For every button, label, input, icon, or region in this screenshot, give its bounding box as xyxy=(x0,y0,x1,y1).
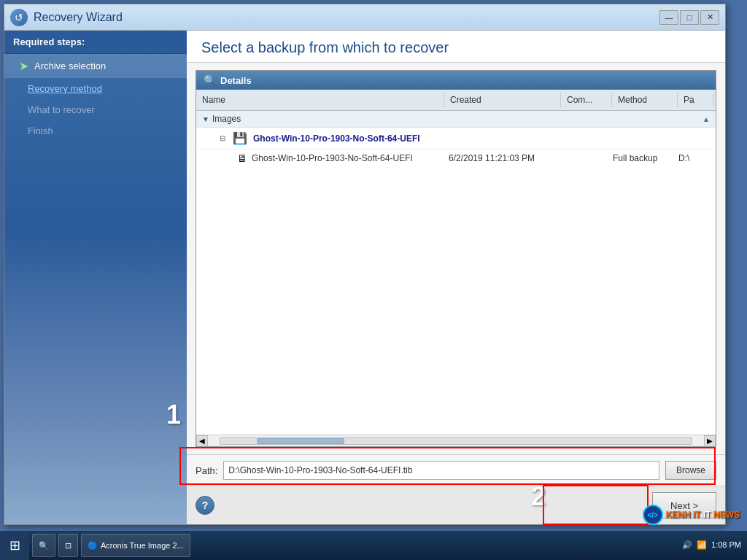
col-header-name: Name xyxy=(196,93,444,107)
main-title: Select a backup from which to recover xyxy=(201,39,711,56)
help-button[interactable]: ? xyxy=(196,496,214,515)
table-row[interactable]: ⊟ 💾 Ghost-Win-10-Pro-1903-No-Soft-64-UEF… xyxy=(196,128,716,149)
sidebar: Required steps: ➤ Archive selection Reco… xyxy=(4,31,187,524)
col-header-method: Method xyxy=(612,93,678,107)
scroll-right-btn[interactable]: ▶ xyxy=(704,435,716,447)
col-header-created: Created xyxy=(444,93,561,107)
main-window: Recovery Wizard — □ ✕ Required steps: ➤ … xyxy=(4,4,726,525)
taskbar: ⊞ 🔍 ⊡ 🔵 Acronis True Image 2... 🔊 📶 1:08… xyxy=(0,531,747,560)
watermark-brand: KENH IT xyxy=(666,510,701,520)
sidebar-item-label: What to recover xyxy=(28,104,95,115)
content-area: Required steps: ➤ Archive selection Reco… xyxy=(4,31,725,524)
minimize-button[interactable]: — xyxy=(659,10,678,25)
scrollbar-thumb[interactable] xyxy=(257,438,344,444)
path-input[interactable] xyxy=(223,461,659,480)
watermark-news: NEWS xyxy=(713,510,740,520)
close-button[interactable]: ✕ xyxy=(700,10,719,25)
details-panel: 🔍 Details Name Created Com... Method Pa … xyxy=(196,70,716,447)
backup-created: 6/2/2019 11:21:03 PM xyxy=(449,153,562,163)
step-badge-1: 1 xyxy=(166,400,181,430)
search-icon: 🔍 xyxy=(39,541,49,551)
table-body: ▼ Images ▲ ⊟ 💾 Ghost-Win-10-Pro-1903-No-… xyxy=(196,111,716,435)
tree-toggle-icon[interactable]: ⊟ xyxy=(220,134,230,142)
taskbar-clock: 1:08 PM xyxy=(711,540,741,551)
tree-item-label: Ghost-Win-10-Pro-1903-No-Soft-64-UEFI xyxy=(253,133,710,144)
watermark: </> KENH IT IT NEWS xyxy=(643,505,740,525)
backup-name: Ghost-Win-10-Pro-1903-No-Soft-64-UEFI xyxy=(252,153,449,163)
scrollbar-track xyxy=(220,438,692,445)
details-icon: 🔍 xyxy=(204,74,216,86)
path-bar: Path: Browse xyxy=(187,454,725,486)
main-header: Select a backup from which to recover xyxy=(187,31,725,63)
col-header-com: Com... xyxy=(561,93,612,107)
group-toggle-icon[interactable]: ▼ xyxy=(202,115,209,123)
taskbar-app-label: Acronis True Image 2... xyxy=(101,541,184,550)
window-controls: — □ ✕ xyxy=(659,10,719,25)
sidebar-item-archive-selection[interactable]: ➤ Archive selection xyxy=(4,54,187,78)
maximize-button[interactable]: □ xyxy=(680,10,699,25)
start-button[interactable]: ⊞ xyxy=(0,531,29,560)
table-row[interactable]: 🖥 Ghost-Win-10-Pro-1903-No-Soft-64-UEFI … xyxy=(196,149,716,167)
taskbar-item-acronis[interactable]: 🔵 Acronis True Image 2... xyxy=(81,534,190,557)
sidebar-item-label: Recovery method xyxy=(28,83,102,94)
step-badge-2: 2 xyxy=(531,481,546,512)
backup-icon: 🖥 xyxy=(237,152,247,164)
sidebar-item-label: Archive selection xyxy=(34,61,106,71)
col-header-pa: Pa xyxy=(678,93,714,107)
group-expand-icon: ▲ xyxy=(703,115,710,123)
group-label: Images xyxy=(212,114,241,124)
taskbar-items: 🔍 ⊡ 🔵 Acronis True Image 2... xyxy=(29,534,676,557)
sidebar-item-finish: Finish xyxy=(4,120,187,141)
task-view-icon: ⊡ xyxy=(65,541,71,551)
taskbar-tray: 🔊 📶 1:08 PM xyxy=(676,540,747,551)
table-header: Name Created Com... Method Pa xyxy=(196,90,716,111)
tray-icon-network: 🔊 xyxy=(682,540,692,550)
arrow-icon: ➤ xyxy=(19,59,28,73)
main-panel: Select a backup from which to recover 🔍 … xyxy=(187,31,725,524)
taskbar-item-search[interactable]: 🔍 xyxy=(32,534,55,557)
sidebar-item-label: Finish xyxy=(28,125,53,136)
app-icon xyxy=(10,9,28,26)
disk-icon: 💾 xyxy=(233,131,247,145)
titlebar: Recovery Wizard — □ ✕ xyxy=(4,4,725,31)
taskbar-item-task-view[interactable]: ⊡ xyxy=(58,534,78,557)
scroll-left-btn[interactable]: ◀ xyxy=(196,435,208,447)
group-header-images[interactable]: ▼ Images ▲ xyxy=(196,111,716,128)
details-header: 🔍 Details xyxy=(196,71,716,90)
horizontal-scrollbar[interactable]: ◀ ▶ xyxy=(196,435,716,446)
sidebar-item-recovery-method[interactable]: Recovery method xyxy=(4,78,187,99)
backup-path: D:\ xyxy=(678,153,689,163)
tray-icon-volume: 📶 xyxy=(697,540,707,550)
window-title: Recovery Wizard xyxy=(34,11,659,24)
watermark-logo-text: </> xyxy=(647,511,657,519)
acronis-icon: 🔵 xyxy=(88,541,98,551)
watermark-logo-icon: </> xyxy=(643,505,663,525)
details-label: Details xyxy=(220,75,252,86)
sidebar-required-steps-header: Required steps: xyxy=(4,31,187,54)
clock-time: 1:08 PM xyxy=(711,540,741,551)
watermark-brand-text: KENH IT IT NEWS xyxy=(666,510,740,520)
browse-button[interactable]: Browse xyxy=(665,461,716,480)
backup-method: Full backup xyxy=(613,153,678,163)
sidebar-item-what-to-recover: What to recover xyxy=(4,99,187,120)
path-label: Path: xyxy=(196,465,217,476)
